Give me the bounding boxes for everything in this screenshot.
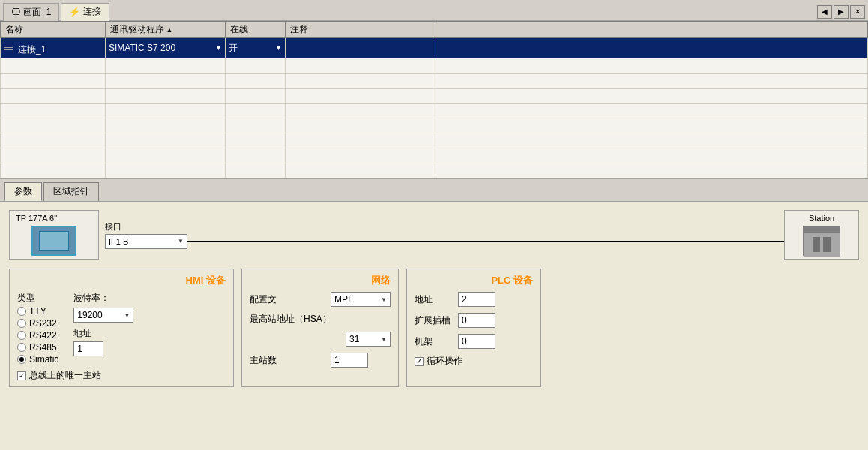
radio-rs422-label: RS422 (29, 330, 57, 340)
baud-select[interactable]: 19200 ▼ (73, 308, 133, 322)
net-config-row: 配置文 MPI ▼ (250, 292, 391, 307)
plc-addr-label: 地址 (415, 293, 452, 306)
net-master-row: 主站数 (250, 352, 391, 368)
plc-slot-input[interactable] (458, 313, 495, 328)
tab-play-button[interactable]: ▶ (834, 5, 849, 19)
main-content: 连接 名称 通讯驱动程序 在线 注释 (0, 21, 868, 450)
radio-rs485-circle (17, 343, 26, 352)
plc-section-title: PLC 设备 (415, 274, 533, 287)
row-extra (435, 38, 868, 58)
station-body (804, 232, 840, 256)
interface-box: 接口 IF1 B ▼ (105, 221, 187, 249)
radio-rs485[interactable]: RS485 (17, 342, 58, 352)
baud-arrow-icon: ▼ (124, 312, 130, 319)
maxaddr-input[interactable]: 31 ▼ (346, 332, 391, 346)
station-port-1 (813, 237, 820, 252)
maxaddr-value: 31 (349, 334, 359, 344)
plc-rack-input[interactable] (458, 334, 495, 349)
table-row (1, 148, 868, 164)
row-online: 开 ▼ (226, 38, 286, 58)
net-maxaddr-value-row: 31 ▼ (250, 332, 391, 346)
master-count-label: 主站数 (250, 354, 325, 367)
interface-value: IF1 B (109, 237, 128, 246)
config-label: 配置文 (250, 293, 325, 306)
network-section-title: 网络 (250, 274, 391, 287)
radio-rs232-label: RS232 (29, 318, 57, 328)
table-row (1, 58, 868, 74)
interface-select[interactable]: IF1 B ▼ (105, 234, 187, 249)
config-value: MPI (334, 294, 350, 304)
checkbox-row: 总线上的唯一主站 (17, 369, 226, 382)
table-row[interactable]: 连接_1 SIMATIC S7 200 ▼ 开 ▼ (1, 38, 868, 58)
main-station-checkbox[interactable] (17, 371, 26, 380)
tab-bar: 🖵 画面_1 ⚡ 连接 ◀ ▶ ✕ (0, 0, 868, 21)
radio-simatic-circle (17, 355, 26, 364)
table-row (1, 74, 868, 88)
connect-icon: ⚡ (69, 7, 80, 17)
plc-rack-row: 机架 (415, 334, 533, 349)
tab-screen1-label: 画面_1 (23, 6, 51, 19)
tab-screen1[interactable]: 🖵 画面_1 (3, 3, 59, 21)
col-online[interactable]: 在线 (226, 22, 286, 38)
config-arrow-icon: ▼ (381, 296, 387, 303)
radio-rs422-circle (17, 331, 26, 340)
hmi-device-label: TP 177A 6" (16, 214, 57, 223)
tab-controls: ◀ ▶ ✕ (817, 5, 865, 19)
row-name-text: 连接_1 (18, 44, 46, 56)
table-row (1, 88, 868, 104)
radio-group: TTY RS232 RS422 (17, 306, 58, 364)
hmi-section-title: HMI 设备 (17, 274, 226, 287)
radio-tty[interactable]: TTY (17, 306, 58, 316)
row-icon (4, 47, 13, 52)
radio-rs232-circle (17, 319, 26, 328)
type-label: 类型 (17, 292, 58, 304)
master-count-input[interactable] (331, 352, 368, 368)
tab-area-pointer[interactable]: 区域指针 (43, 182, 99, 201)
bottom-tabs: 参数 区域指针 (0, 178, 868, 201)
interface-arrow-icon: ▼ (178, 238, 184, 244)
hmi-addr-input[interactable] (73, 341, 103, 356)
plc-addr-input[interactable] (458, 292, 495, 307)
radio-tty-circle (17, 307, 26, 316)
row-name: 连接_1 (1, 38, 106, 58)
interface-label: 接口 (105, 221, 187, 232)
col-driver[interactable]: 通讯驱动程序 (106, 22, 226, 38)
radio-rs422[interactable]: RS422 (17, 330, 58, 340)
maxaddr-label: 最高站地址（HSA） (250, 313, 331, 326)
station-port-2 (823, 237, 831, 252)
table-row (1, 118, 868, 134)
baud-col: 波特率： 19200 ▼ 地址 (73, 292, 133, 364)
hmi-device-screen (31, 226, 76, 256)
table-row (1, 164, 868, 178)
radio-simatic-label: Simatic (29, 354, 58, 364)
hmi-section: HMI 设备 类型 TTY RS232 (9, 268, 234, 387)
config-select[interactable]: MPI ▼ (331, 292, 391, 307)
connection-table: 名称 通讯驱动程序 在线 注释 (0, 21, 868, 178)
radio-simatic[interactable]: Simatic (17, 354, 58, 364)
net-maxaddr-row: 最高站地址（HSA） (250, 313, 391, 326)
tab-connect[interactable]: ⚡ 连接 (61, 3, 109, 21)
main-station-label: 总线上的唯一主站 (29, 369, 101, 382)
station-strip (804, 226, 840, 232)
tab-params[interactable]: 参数 (4, 182, 42, 201)
radio-rs232[interactable]: RS232 (17, 318, 58, 328)
tab-connect-label: 连接 (83, 5, 101, 18)
cycle-checkbox[interactable] (415, 357, 424, 366)
hmi-device-box: TP 177A 6" (9, 210, 99, 260)
tab-prev-button[interactable]: ◀ (817, 5, 832, 19)
plc-cycle-row: 循环操作 (415, 355, 533, 368)
hmi-screen-inner (39, 231, 69, 250)
network-section: 网络 配置文 MPI ▼ 最高站地址（HSA） 31 ▼ (241, 268, 399, 387)
radio-tty-label: TTY (29, 306, 46, 316)
table-row (1, 134, 868, 148)
bottom-section: TP 177A 6" 接口 IF1 B ▼ Station (0, 202, 868, 450)
station-device (803, 226, 840, 256)
tab-close-button[interactable]: ✕ (850, 5, 865, 19)
plc-addr-row: 地址 (415, 292, 533, 307)
plc-slot-label: 扩展插槽 (415, 314, 452, 327)
plc-rack-label: 机架 (415, 335, 452, 348)
col-extra (435, 22, 868, 38)
col-comment[interactable]: 注释 (286, 22, 435, 38)
col-name[interactable]: 名称 (1, 22, 106, 38)
plc-section: PLC 设备 地址 扩展插槽 机架 循环操作 (406, 268, 541, 387)
